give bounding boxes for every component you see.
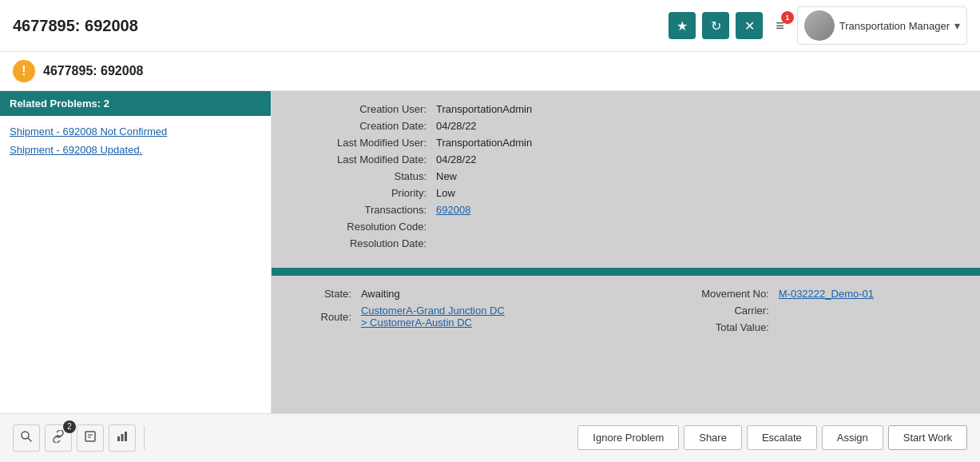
svg-rect-7	[125, 432, 127, 441]
bottom-toolbar: 2 Ignore Problem Share Escalate Assign S…	[0, 413, 980, 461]
table-row: Total Value:	[634, 319, 965, 336]
svg-rect-6	[121, 434, 124, 441]
col-left-table: State: Awaiting Route: CustomerA-Grand J…	[288, 285, 618, 331]
table-row: Creation User: TransportationAdmin	[288, 101, 964, 117]
movement-no-value[interactable]: M-032222_Demo-01	[774, 285, 964, 302]
chart-button[interactable]	[109, 424, 136, 452]
table-row: Movement No: M-032222_Demo-01	[634, 285, 965, 302]
lower-info-section: State: Awaiting Route: CustomerA-Grand J…	[272, 276, 980, 345]
chevron-down-icon: ▾	[954, 19, 960, 32]
svg-line-1	[28, 438, 31, 441]
state-value: Awaiting	[356, 285, 618, 302]
zoom-button[interactable]	[13, 424, 40, 452]
app-header: 4677895: 692008 ★ ↻ ✕ ≡ 1 Transportation…	[0, 0, 980, 52]
table-row: Creation Date: 04/28/22	[288, 117, 964, 134]
priority-label: Priority:	[288, 185, 431, 201]
table-row: Resolution Code:	[288, 218, 964, 235]
toolbar-separator	[144, 426, 145, 450]
movement-no-label: Movement No:	[634, 285, 774, 302]
main-content: Related Problems: 2 Shipment - 692008 No…	[0, 91, 980, 413]
table-row: Route: CustomerA-Grand Junction DC > Cus…	[288, 302, 618, 331]
table-row: Transactions: 692008	[288, 201, 964, 218]
resolution-code-value	[431, 218, 964, 235]
list-item[interactable]: Shipment - 692008 Not Confirmed	[10, 122, 261, 141]
total-value-label: Total Value:	[634, 319, 774, 336]
transactions-value[interactable]: 692008	[431, 201, 964, 218]
route-label: Route:	[288, 302, 356, 331]
total-value-value	[774, 319, 964, 336]
col-right-table: Movement No: M-032222_Demo-01 Carrier: T…	[634, 285, 965, 336]
resolution-date-label: Resolution Date:	[288, 235, 431, 252]
priority-value: Low	[431, 185, 964, 201]
user-name: Transportation Manager	[839, 20, 950, 32]
star-icon: ★	[676, 18, 688, 34]
creation-user-value: TransportationAdmin	[431, 101, 964, 117]
creation-date-value: 04/28/22	[431, 117, 964, 134]
creation-date-label: Creation Date:	[288, 117, 431, 134]
table-row: Status: New	[288, 168, 964, 185]
link-button[interactable]: 2	[45, 424, 72, 452]
last-modified-user-label: Last Modified User:	[288, 134, 431, 151]
user-dropdown[interactable]: Transportation Manager ▾	[797, 6, 967, 45]
state-label: State:	[288, 285, 356, 302]
right-panel[interactable]: Creation User: TransportationAdmin Creat…	[272, 91, 980, 413]
star-button[interactable]: ★	[669, 12, 696, 39]
table-row: State: Awaiting	[288, 285, 618, 302]
zoom-icon	[20, 430, 33, 446]
warning-icon: !	[13, 60, 35, 82]
note-icon	[84, 430, 97, 446]
resolution-code-label: Resolution Code:	[288, 218, 431, 235]
two-col-info: State: Awaiting Route: CustomerA-Grand J…	[288, 285, 964, 336]
list-item[interactable]: Shipment - 692008 Updated.	[10, 141, 261, 159]
close-button[interactable]: ✕	[736, 12, 763, 39]
transactions-label: Transactions:	[288, 201, 431, 218]
header-actions: ★ ↻ ✕ ≡ 1 Transportation Manager ▾	[669, 6, 967, 45]
link-badge: 2	[63, 420, 76, 433]
details-table: Creation User: TransportationAdmin Creat…	[288, 101, 964, 252]
table-row: Carrier:	[634, 302, 965, 319]
last-modified-date-label: Last Modified Date:	[288, 151, 431, 168]
avatar	[804, 10, 835, 41]
related-problems-header: Related Problems: 2	[0, 91, 271, 116]
col-left: State: Awaiting Route: CustomerA-Grand J…	[288, 285, 618, 336]
assign-button[interactable]: Assign	[822, 425, 883, 450]
last-modified-user-value: TransportationAdmin	[431, 134, 964, 151]
status-label: Status:	[288, 168, 431, 185]
link-icon	[52, 430, 65, 446]
table-row: Last Modified User: TransportationAdmin	[288, 134, 964, 151]
svg-rect-2	[85, 432, 95, 441]
section-divider	[272, 268, 980, 276]
share-button[interactable]: Share	[684, 425, 742, 450]
related-problems-list: Shipment - 692008 Not Confirmed Shipment…	[0, 116, 271, 165]
table-row: Priority: Low	[288, 185, 964, 201]
col-right: Movement No: M-032222_Demo-01 Carrier: T…	[634, 285, 965, 336]
details-section: Creation User: TransportationAdmin Creat…	[272, 91, 980, 261]
close-icon: ✕	[744, 18, 755, 34]
page-title: 4677895: 692008	[13, 17, 138, 35]
carrier-label: Carrier:	[634, 302, 774, 319]
chart-icon	[116, 430, 129, 446]
status-value: New	[431, 168, 964, 185]
sub-header-title: 4677895: 692008	[43, 64, 143, 78]
table-row: Resolution Date:	[288, 235, 964, 252]
avatar-circle	[804, 10, 835, 41]
svg-rect-5	[117, 436, 120, 441]
creation-user-label: Creation User:	[288, 101, 431, 117]
note-button[interactable]	[77, 424, 104, 452]
sub-header: ! 4677895: 692008	[0, 52, 980, 91]
start-work-button[interactable]: Start Work	[888, 425, 967, 450]
notification-badge: 1	[781, 11, 794, 24]
table-row: Last Modified Date: 04/28/22	[288, 151, 964, 168]
left-panel: Related Problems: 2 Shipment - 692008 No…	[0, 91, 272, 413]
escalate-button[interactable]: Escalate	[747, 425, 817, 450]
notification-bell[interactable]: ≡ 1	[769, 14, 791, 38]
ignore-problem-button[interactable]: Ignore Problem	[577, 425, 679, 450]
last-modified-date-value: 04/28/22	[431, 151, 964, 168]
carrier-value	[774, 302, 964, 319]
resolution-date-value	[431, 235, 964, 252]
refresh-button[interactable]: ↻	[702, 12, 729, 39]
refresh-icon: ↻	[711, 18, 721, 34]
route-value[interactable]: CustomerA-Grand Junction DC > CustomerA-…	[356, 302, 618, 331]
